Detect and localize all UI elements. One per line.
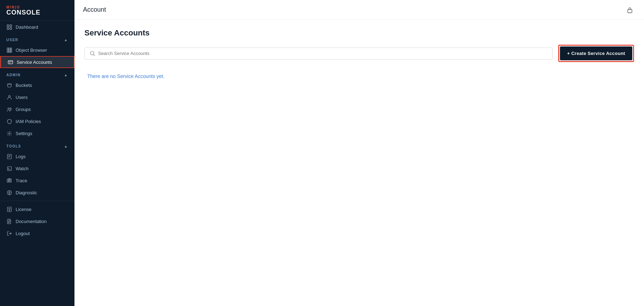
svg-rect-28	[9, 178, 10, 179]
search-and-action-bar: + Create Service Account	[84, 45, 634, 62]
grid-icon	[6, 47, 12, 53]
svg-rect-9	[11, 50, 12, 51]
svg-rect-26	[9, 180, 10, 182]
gear-icon	[6, 130, 12, 136]
doc-icon	[6, 218, 12, 224]
svg-rect-4	[7, 48, 9, 49]
sidebar: MIN|O CONSOLE Dashboard USER ▲	[0, 0, 74, 306]
lock-icon	[627, 7, 633, 13]
sidebar-item-users-label: Users	[16, 95, 28, 100]
tools-collapse-arrow[interactable]: ▲	[64, 144, 68, 148]
svg-rect-0	[7, 25, 9, 27]
sidebar-item-settings[interactable]: Settings	[0, 127, 74, 139]
top-bar: Account	[74, 0, 644, 20]
sidebar-item-buckets[interactable]: Buckets	[0, 79, 74, 91]
sidebar-item-diagnostic-label: Diagnostic	[16, 190, 37, 195]
trace-icon	[6, 178, 12, 183]
sidebar-item-logout[interactable]: Logout	[0, 227, 74, 239]
sidebar-item-service-accounts-label: Service Accounts	[17, 60, 52, 65]
sidebar-item-iam-policies[interactable]: IAM Policies	[0, 115, 74, 127]
sidebar-item-trace-label: Trace	[16, 178, 27, 183]
shield-icon	[6, 118, 12, 124]
svg-rect-11	[9, 51, 10, 52]
svg-point-30	[9, 192, 10, 193]
logo-console: CONSOLE	[6, 9, 68, 16]
svg-rect-8	[9, 50, 10, 51]
sidebar-item-users[interactable]: Users	[0, 91, 74, 103]
sidebar-item-groups-label: Groups	[16, 107, 31, 112]
sidebar-item-logs-label: Logs	[16, 154, 26, 159]
sidebar-item-trace[interactable]: Trace	[0, 174, 74, 187]
svg-point-18	[10, 108, 11, 109]
sidebar-section-tools: TOOLS ▲	[0, 139, 74, 150]
sidebar-item-iam-policies-label: IAM Policies	[16, 119, 41, 124]
watch-icon	[6, 166, 12, 171]
sidebar-item-diagnostic[interactable]: Diagnostic	[0, 187, 74, 199]
svg-point-43	[90, 51, 94, 55]
sidebar-item-license-label: License	[16, 207, 32, 212]
admin-collapse-arrow[interactable]: ▲	[64, 73, 68, 77]
svg-rect-25	[7, 179, 8, 182]
svg-rect-10	[7, 51, 9, 52]
svg-point-36	[9, 210, 10, 211]
svg-rect-27	[10, 179, 11, 182]
sidebar-item-watch-label: Watch	[16, 166, 28, 171]
log-icon	[6, 154, 12, 159]
svg-rect-13	[8, 61, 13, 64]
sidebar-item-dashboard[interactable]: Dashboard	[0, 21, 74, 33]
create-service-account-button[interactable]: + Create Service Account	[560, 46, 632, 60]
search-bar[interactable]	[84, 48, 553, 60]
page-header: Service Accounts	[84, 28, 634, 38]
sidebar-item-buckets-label: Buckets	[16, 83, 32, 88]
svg-rect-12	[11, 51, 12, 52]
svg-rect-2	[7, 28, 9, 29]
top-bar-actions	[624, 4, 635, 16]
sidebar-item-documentation[interactable]: Documentation	[0, 215, 74, 227]
dashboard-icon	[6, 24, 12, 30]
group-icon	[6, 106, 12, 112]
sidebar-section-user: USER ▲	[0, 33, 74, 44]
sidebar-item-service-accounts[interactable]: Service Accounts	[0, 56, 74, 68]
license-icon	[6, 206, 12, 212]
sidebar-item-watch[interactable]: Watch	[0, 162, 74, 174]
main-content: Account Service Accounts + C	[74, 0, 644, 306]
search-input[interactable]	[98, 51, 547, 56]
svg-rect-5	[9, 48, 10, 49]
svg-line-44	[94, 54, 95, 55]
svg-rect-42	[628, 10, 632, 13]
sidebar-item-settings-label: Settings	[16, 131, 32, 136]
sidebar-item-license[interactable]: License	[0, 203, 74, 215]
svg-point-17	[8, 108, 9, 109]
svg-rect-7	[7, 50, 9, 51]
svg-point-16	[9, 95, 10, 97]
user-collapse-arrow[interactable]: ▲	[64, 38, 68, 42]
create-service-account-button-wrapper: + Create Service Account	[558, 45, 634, 62]
diagnostic-icon	[6, 190, 12, 195]
page-title: Service Accounts	[84, 28, 150, 38]
svg-rect-1	[10, 25, 12, 27]
logout-icon	[6, 230, 12, 236]
sidebar-item-logs[interactable]: Logs	[0, 150, 74, 162]
empty-state-message: There are no Service Accounts yet.	[84, 68, 634, 85]
sidebar-divider	[0, 201, 74, 201]
sidebar-item-dashboard-label: Dashboard	[16, 24, 38, 30]
user-icon	[6, 94, 12, 100]
sidebar-item-logout-label: Logout	[16, 231, 30, 236]
sidebar-item-object-browser[interactable]: Object Browser	[0, 44, 74, 56]
lock-button[interactable]	[624, 4, 635, 16]
card-icon	[7, 59, 13, 65]
sidebar-item-groups[interactable]: Groups	[0, 103, 74, 115]
sidebar-item-documentation-label: Documentation	[16, 219, 46, 224]
sidebar-item-object-browser-label: Object Browser	[16, 48, 47, 53]
sidebar-section-admin: ADMIN ▲	[0, 68, 74, 79]
svg-rect-3	[10, 28, 12, 29]
svg-point-19	[9, 133, 10, 134]
bucket-icon	[6, 82, 12, 88]
search-icon	[90, 51, 95, 56]
logo: MIN|O CONSOLE	[0, 0, 74, 21]
svg-rect-6	[11, 48, 12, 49]
page-content: Service Accounts + Create Service Accoun…	[74, 20, 644, 306]
page-header-title: Account	[83, 6, 106, 13]
svg-rect-24	[7, 167, 11, 171]
